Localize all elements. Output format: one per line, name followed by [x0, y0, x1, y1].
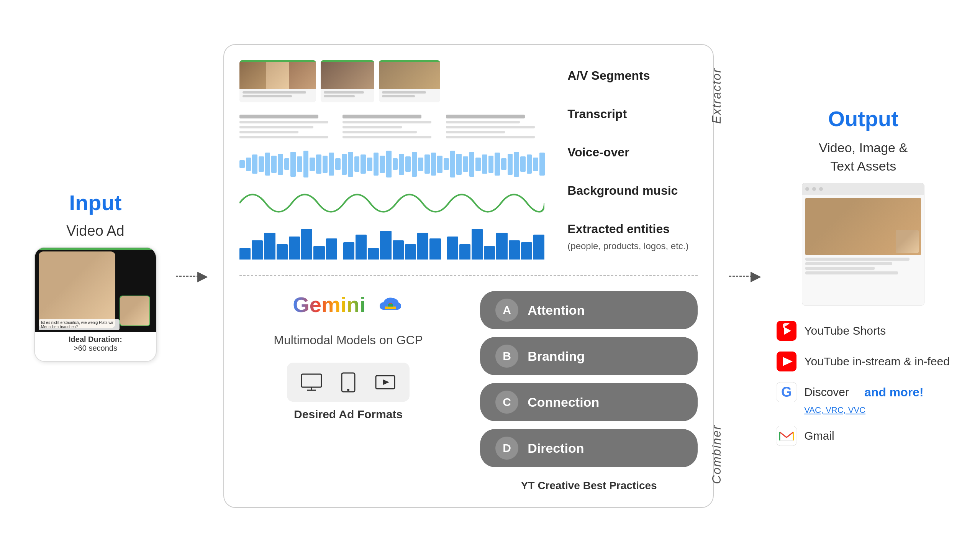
av-thumbnails [239, 60, 544, 102]
video-duration-label: Ideal Duration: [39, 335, 151, 344]
ad-formats-section: Desired Ad Formats [287, 363, 410, 421]
video-face-small [120, 296, 150, 326]
input-section: Input Video Ad Ist es nicht erstaunlich,… [30, 190, 161, 362]
yt-instream-icon [777, 352, 796, 371]
video-screen: Ist es nicht erstaunlich, wie wenig Plat… [35, 248, 156, 332]
abcd-btn-b: B Branding [480, 337, 698, 375]
output-preview-card [802, 183, 924, 306]
video-subtitle-text: Ist es nicht erstaunlich, wie wenig Plat… [39, 319, 120, 330]
svg-point-0 [388, 298, 393, 303]
platform-yt-instream: YouTube in-stream & in-feed [777, 352, 950, 371]
label-entities: Extracted entities (people, products, lo… [567, 222, 698, 251]
output-section: Output Video, Image &Text Assets [777, 106, 950, 446]
gemini-gcp-row: Gemini [293, 291, 404, 318]
entity-bars [239, 229, 544, 260]
ad-formats-label: Desired Ad Formats [294, 408, 403, 421]
abcd-label-d: Direction [528, 441, 584, 456]
tablet-icon [333, 369, 364, 396]
video-green-bar [35, 248, 156, 250]
video-duration-value: >60 seconds [39, 344, 151, 353]
video-phone-frame: Ist es nicht erstaunlich, wie wenig Plat… [34, 247, 157, 362]
abcd-btn-a: A Attention [480, 291, 698, 329]
preview-main-image [805, 198, 921, 255]
svg-text:G: G [781, 384, 792, 400]
abcd-circle-b: B [495, 345, 518, 368]
preview-text-lines [805, 258, 921, 274]
gmail-label: Gmail [804, 429, 834, 442]
arrow-head-icon: ▶ [197, 268, 208, 284]
discover-label: Discover [804, 386, 849, 399]
preview-top-bar [802, 183, 924, 195]
preview-small-image [896, 230, 919, 253]
extractor-label: Extractor [710, 68, 724, 124]
gcp-logo [377, 291, 404, 318]
desktop-icon [296, 369, 327, 396]
av-thumb-2 [321, 60, 374, 102]
svg-marker-7 [383, 380, 389, 385]
bg-music-wave [239, 190, 544, 217]
abcd-circle-d: D [495, 437, 518, 460]
label-transcript: Transcript [567, 107, 698, 121]
abcd-subtitle: YT Creative Best Practices [480, 480, 698, 492]
center-box: Extractor Combiner [223, 44, 714, 508]
av-thumb-3 [379, 60, 440, 102]
yt-shorts-icon [777, 321, 796, 341]
platform-list: YouTube Shorts YouTube in-stream & in-fe… [777, 321, 950, 446]
gemini-logo: Gemini [293, 292, 365, 317]
combiner-label: Combiner [710, 425, 724, 484]
abcd-section: A Attention B Branding C Connection D Di… [480, 291, 698, 492]
video-play-icon [370, 369, 400, 396]
abcd-label-b: Branding [528, 349, 585, 364]
abcd-btn-d: D Direction [480, 429, 698, 467]
svg-point-5 [347, 389, 349, 391]
models-section: Gemini Multimodal Models on GCP [239, 291, 457, 492]
abcd-circle-c: C [495, 391, 518, 414]
voice-waveform [239, 151, 544, 177]
and-more-text: and more! [864, 385, 924, 399]
abcd-btn-c: C Connection [480, 383, 698, 421]
input-title: Input [69, 190, 122, 215]
video-face-main [39, 251, 115, 328]
platform-discover: G Discover and more! [777, 382, 950, 402]
and-more-row: and more! [864, 385, 924, 399]
platform-yt-shorts: YouTube Shorts [777, 321, 950, 341]
arrow-center-to-output: ▶ [729, 268, 761, 284]
gmail-icon [777, 426, 796, 446]
models-label: Multimodal Models on GCP [274, 333, 423, 347]
label-voiceover: Voice-over [567, 145, 698, 159]
label-av-segments: A/V Segments [567, 69, 698, 83]
abcd-circle-a: A [495, 299, 518, 322]
vac-links[interactable]: VAC, VRC, VVC [804, 405, 865, 415]
output-subtitle: Video, Image &Text Assets [777, 139, 950, 175]
platform-gmail: Gmail [777, 426, 950, 446]
output-title: Output [777, 106, 950, 131]
label-bg-music: Background music [567, 184, 698, 198]
abcd-label-c: Connection [528, 395, 599, 410]
video-info: Ideal Duration: >60 seconds [35, 332, 156, 356]
ad-icons-row [287, 363, 410, 402]
labels-column: A/V Segments Transcript Voice-over Backg… [567, 60, 698, 260]
segments-area [239, 60, 544, 260]
yt-shorts-label: YouTube Shorts [804, 324, 886, 337]
arrow-head-right-icon: ▶ [751, 268, 761, 284]
center-top: A/V Segments Transcript Voice-over Backg… [239, 60, 698, 276]
input-subtitle: Video Ad [66, 223, 124, 239]
center-bottom: Gemini Multimodal Models on GCP [239, 276, 698, 492]
svg-rect-1 [302, 374, 321, 387]
arrow-input-to-center: ▶ [176, 268, 208, 284]
av-thumb-1 [239, 60, 316, 102]
yt-instream-label: YouTube in-stream & in-feed [804, 355, 950, 368]
google-g-icon: G [777, 382, 796, 402]
transcript-rows [239, 115, 544, 138]
abcd-label-a: Attention [528, 303, 585, 318]
